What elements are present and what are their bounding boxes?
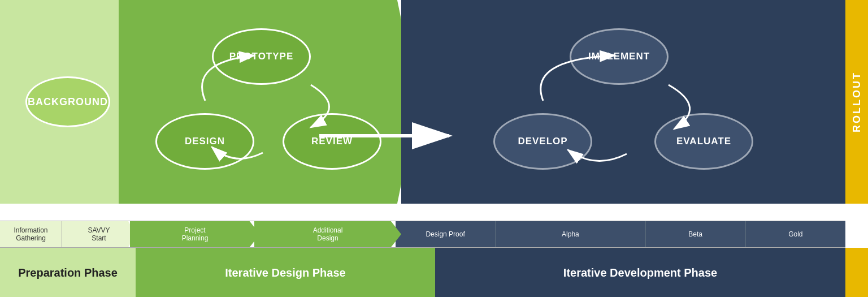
design-cycle-arrows <box>144 17 393 187</box>
gold-label: Gold <box>788 230 802 238</box>
top-section: BACKGROUND PROTOTYPE DESIGN REVIEW <box>0 0 868 204</box>
implement-label: IMPLEMENT <box>588 51 650 62</box>
timeline-project-planning: ProjectPlanning <box>130 221 260 247</box>
prep-phase-label: Preparation Phase <box>18 265 118 280</box>
prep-phase-label-area: Preparation Phase <box>0 248 136 297</box>
additional-design-label: AdditionalDesign <box>313 226 343 242</box>
design-ellipses: PROTOTYPE DESIGN REVIEW <box>144 17 393 187</box>
rollout-bottom-bar <box>845 248 868 297</box>
timeline-alpha: Alpha <box>496 221 645 247</box>
dev-ellipses: IMPLEMENT DEVELOP EVALUATE <box>482 17 765 187</box>
timeline-row: InformationGathering SAVVYStart ProjectP… <box>0 221 845 248</box>
timeline-gold: Gold <box>746 221 845 247</box>
development-area: IMPLEMENT DEVELOP EVALUATE <box>401 0 845 204</box>
timeline-additional-design: AdditionalDesign <box>254 221 401 247</box>
timeline-design-proof: Design Proof <box>396 221 496 247</box>
design-proof-label: Design Proof <box>426 230 465 238</box>
background-node: BACKGROUND <box>25 76 110 127</box>
preparation-area: BACKGROUND <box>0 0 136 204</box>
design-area: PROTOTYPE DESIGN REVIEW <box>119 0 418 204</box>
beta-label: Beta <box>688 230 702 238</box>
diagram-container: BACKGROUND PROTOTYPE DESIGN REVIEW <box>0 0 868 297</box>
phase-labels-row: Preparation Phase Iterative Design Phase… <box>0 248 868 297</box>
implement-node: IMPLEMENT <box>570 28 669 85</box>
evaluate-label: EVALUATE <box>676 136 731 147</box>
savvy-start-label: SAVVYStart <box>88 226 110 242</box>
rollout-bar: ROLLOUT <box>845 0 868 204</box>
background-label: BACKGROUND <box>28 96 108 108</box>
project-planning-label: ProjectPlanning <box>182 226 209 242</box>
develop-node: DEVELOP <box>493 113 592 170</box>
alpha-label: Alpha <box>562 230 579 238</box>
rollout-label: ROLLOUT <box>851 71 863 132</box>
timeline-info-gathering: InformationGathering <box>0 221 62 247</box>
develop-label: DEVELOP <box>518 136 567 147</box>
dev-phase-label: Iterative Development Phase <box>563 265 717 280</box>
info-gathering-label: InformationGathering <box>14 226 47 242</box>
dev-phase-label-area: Iterative Development Phase <box>435 248 845 297</box>
evaluate-node: EVALUATE <box>654 113 753 170</box>
timeline-beta: Beta <box>646 221 746 247</box>
timeline-savvy-start: SAVVYStart <box>62 221 136 247</box>
design-phase-label-area: Iterative Design Phase <box>136 248 435 297</box>
design-phase-label: Iterative Design Phase <box>225 265 345 280</box>
